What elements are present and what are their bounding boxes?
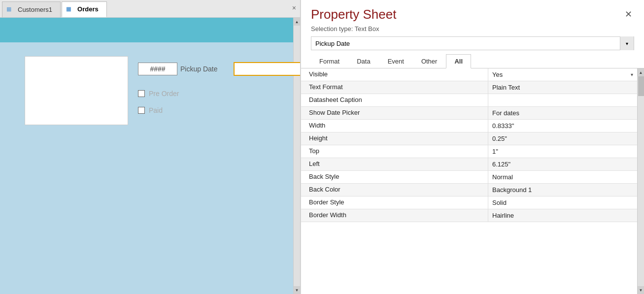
property-table: Visible Yes ▾ Text Format Plain Text Dat…	[301, 68, 637, 294]
paid-checkbox[interactable]	[138, 107, 145, 114]
selection-type-label: Selection type: Text Box	[301, 25, 644, 36]
right-scroll-down-arrow[interactable]: ▼	[638, 286, 644, 294]
other-tab-label: Other	[421, 58, 438, 65]
prop-val-show-date-picker[interactable]: For dates	[488, 107, 637, 119]
prop-val-width[interactable]: 0.8333"	[488, 120, 637, 132]
property-row-left: Left 6.125"	[301, 158, 637, 171]
tab-event[interactable]: Event	[379, 54, 412, 68]
prop-val-top-text: 1"	[492, 148, 633, 155]
hash-field: ####	[138, 63, 177, 75]
property-table-area: Visible Yes ▾ Text Format Plain Text Dat…	[301, 68, 644, 294]
property-tabs-row: Format Data Event Other All	[301, 54, 644, 68]
hash-label: ####	[150, 65, 165, 73]
tab-all[interactable]: All	[446, 54, 471, 68]
pre-order-label: Pre Order	[149, 90, 179, 98]
tab-data[interactable]: Data	[348, 54, 378, 68]
prop-val-left-text: 6.125"	[492, 161, 633, 168]
property-row-height: Height 0.25"	[301, 132, 637, 145]
prop-val-back-style[interactable]: Normal	[488, 171, 637, 183]
property-row-top: Top 1"	[301, 145, 637, 158]
property-row-border-width: Border Width Hairline	[301, 209, 637, 222]
pre-order-row: Pre Order	[138, 90, 300, 98]
scroll-up-arrow[interactable]: ▲	[294, 18, 301, 26]
prop-val-border-style[interactable]: Solid	[488, 196, 637, 209]
right-panel-scrollbar[interactable]: ▲ ▼	[637, 68, 644, 294]
pre-order-checkbox[interactable]	[138, 90, 145, 97]
tab-bar: ▦ Customers1 ▦ Orders ×	[0, 0, 300, 18]
white-box	[25, 56, 128, 125]
right-scroll-thumb[interactable]	[638, 76, 644, 96]
orders-tab-icon: ▦	[66, 6, 75, 13]
object-selector-text: Pickup Date	[311, 40, 620, 47]
prop-val-top[interactable]: 1"	[488, 145, 637, 158]
format-tab-label: Format	[319, 58, 339, 65]
property-row-visible: Visible Yes ▾	[301, 68, 637, 81]
property-sheet-close-button[interactable]: ✕	[623, 7, 634, 22]
prop-key-back-style: Back Style	[301, 171, 488, 183]
right-panel: Property Sheet ✕ Selection type: Text Bo…	[301, 0, 644, 294]
prop-val-show-date-picker-text: For dates	[492, 109, 633, 117]
customers1-tab-icon: ▦	[6, 6, 15, 13]
prop-val-border-style-text: Solid	[492, 199, 633, 206]
property-row-border-style: Border Style Solid	[301, 196, 637, 209]
pickup-date-row: #### Pickup Date ✛↖	[138, 62, 300, 76]
prop-key-visible: Visible	[301, 68, 488, 81]
property-sheet-title: Property Sheet	[311, 7, 396, 22]
prop-val-text-format-text: Plain Text	[492, 84, 633, 91]
prop-val-text-format[interactable]: Plain Text	[488, 81, 637, 94]
right-scroll-track[interactable]	[638, 76, 644, 286]
prop-key-top: Top	[301, 145, 488, 158]
tab-close-button[interactable]: ×	[292, 4, 296, 12]
prop-key-left: Left	[301, 158, 488, 170]
form-area: ▲ ▼ #### Pickup Date ✛	[0, 18, 300, 294]
prop-key-border-width: Border Width	[301, 209, 488, 222]
prop-val-back-color-text: Background 1	[492, 186, 633, 194]
property-row-back-color: Back Color Background 1	[301, 184, 637, 196]
chevron-down-icon: ▾	[626, 41, 628, 46]
object-selector[interactable]: Pickup Date ▾	[311, 36, 634, 50]
pickup-date-label: Pickup Date	[180, 65, 230, 73]
prop-val-back-color[interactable]: Background 1	[488, 184, 637, 196]
object-selector-dropdown-button[interactable]: ▾	[620, 36, 634, 50]
form-top-area	[0, 18, 300, 42]
customers1-tab-label: Customers1	[18, 6, 52, 13]
prop-val-left[interactable]: 6.125"	[488, 158, 637, 170]
prop-key-show-date-picker: Show Date Picker	[301, 107, 488, 119]
scroll-down-arrow[interactable]: ▼	[294, 286, 301, 294]
prop-val-visible-text: Yes	[492, 71, 629, 78]
paid-label: Paid	[149, 106, 163, 114]
left-panel: ▦ Customers1 ▦ Orders × ▲ ▼	[0, 0, 301, 294]
prop-key-datasheet-caption: Datasheet Caption	[301, 94, 488, 106]
prop-val-border-width[interactable]: Hairline	[488, 209, 637, 222]
prop-key-height: Height	[301, 132, 488, 145]
prop-val-height-text: 0.25"	[492, 135, 633, 142]
pickup-date-input[interactable]: ✛↖	[234, 62, 300, 76]
property-row-back-style: Back Style Normal	[301, 171, 637, 184]
tab-orders[interactable]: ▦ Orders	[62, 1, 107, 17]
property-row-text-format: Text Format Plain Text	[301, 81, 637, 94]
tab-format[interactable]: Format	[311, 54, 348, 68]
property-table-inner: Visible Yes ▾ Text Format Plain Text Dat…	[301, 68, 637, 222]
orders-tab-label: Orders	[77, 5, 99, 13]
prop-val-datasheet-caption[interactable]	[488, 94, 637, 106]
data-tab-label: Data	[357, 58, 370, 65]
property-row-datasheet-caption: Datasheet Caption	[301, 94, 637, 107]
prop-val-width-text: 0.8333"	[492, 122, 633, 130]
prop-val-height[interactable]: 0.25"	[488, 132, 637, 145]
prop-val-visible[interactable]: Yes ▾	[488, 68, 637, 81]
prop-val-border-width-text: Hairline	[492, 212, 633, 219]
paid-row: Paid	[138, 106, 300, 114]
prop-val-back-style-text: Normal	[492, 173, 633, 181]
prop-key-text-format: Text Format	[301, 81, 488, 94]
tab-other[interactable]: Other	[413, 54, 446, 68]
form-content: #### Pickup Date ✛↖ Pre Order	[0, 42, 300, 135]
prop-key-width: Width	[301, 120, 488, 132]
prop-key-border-style: Border Style	[301, 196, 488, 209]
prop-val-visible-dropdown-icon: ▾	[631, 72, 633, 77]
prop-key-back-color: Back Color	[301, 184, 488, 196]
tab-customers1[interactable]: ▦ Customers1	[2, 1, 61, 17]
all-tab-label: All	[454, 58, 463, 65]
right-scroll-up-arrow[interactable]: ▲	[638, 68, 644, 76]
property-row-width: Width 0.8333"	[301, 120, 637, 132]
property-sheet-header: Property Sheet ✕	[301, 0, 644, 25]
